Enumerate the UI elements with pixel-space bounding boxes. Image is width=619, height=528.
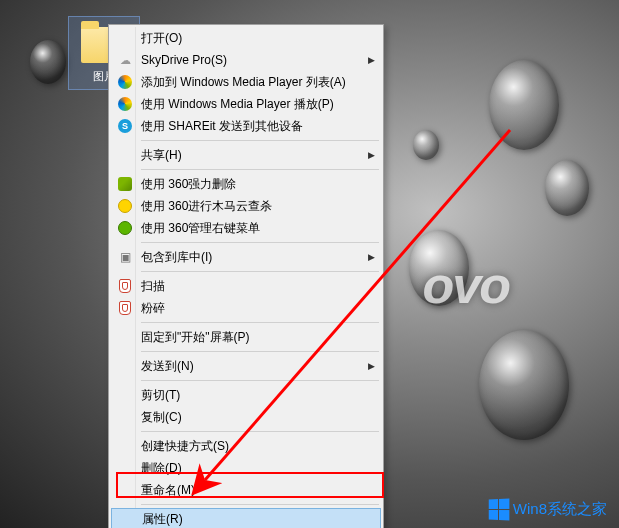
watermark-text: Win8系统之家: [513, 500, 607, 519]
360-green-icon: [118, 221, 132, 235]
menu-wmp-play[interactable]: 使用 Windows Media Player 播放(P): [111, 93, 381, 115]
lenovo-logo: ovo: [423, 255, 509, 315]
context-menu: 打开(O) ☁ SkyDrive Pro(S)▶ 添加到 Windows Med…: [108, 24, 384, 528]
menu-wmp-add[interactable]: 添加到 Windows Media Player 列表(A): [111, 71, 381, 93]
menu-delete[interactable]: 删除(D): [111, 457, 381, 479]
menu-properties[interactable]: 属性(R): [111, 508, 381, 528]
menu-rename[interactable]: 重命名(M): [111, 479, 381, 501]
menu-separator: [141, 271, 379, 272]
menu-shareit[interactable]: S 使用 SHAREit 发送到其他设备: [111, 115, 381, 137]
menu-share[interactable]: 共享(H)▶: [111, 144, 381, 166]
cloud-icon: ☁: [120, 54, 131, 67]
menu-separator: [141, 431, 379, 432]
menu-360-delete[interactable]: 使用 360强力删除: [111, 173, 381, 195]
chevron-right-icon: ▶: [368, 361, 375, 371]
menu-include-library[interactable]: ▣ 包含到库中(I)▶: [111, 246, 381, 268]
menu-360-manage[interactable]: 使用 360管理右键菜单: [111, 217, 381, 239]
menu-shield-scan[interactable]: 扫描: [111, 275, 381, 297]
menu-pin-start[interactable]: 固定到"开始"屏幕(P): [111, 326, 381, 348]
menu-copy[interactable]: 复制(C): [111, 406, 381, 428]
360-yellow-icon: [118, 199, 132, 213]
menu-separator: [141, 140, 379, 141]
win8-watermark: Win8系统之家: [488, 499, 607, 520]
chevron-right-icon: ▶: [368, 150, 375, 160]
windows-logo-icon: [489, 498, 510, 520]
menu-separator: [141, 169, 379, 170]
chevron-right-icon: ▶: [368, 252, 375, 262]
shareit-icon: S: [118, 119, 132, 133]
menu-separator: [141, 380, 379, 381]
menu-create-shortcut[interactable]: 创建快捷方式(S): [111, 435, 381, 457]
menu-separator: [141, 322, 379, 323]
menu-shield-shred[interactable]: 粉碎: [111, 297, 381, 319]
menu-separator: [141, 504, 379, 505]
menu-open[interactable]: 打开(O): [111, 27, 381, 49]
shield-icon: [119, 279, 131, 293]
wmp-icon: [118, 97, 132, 111]
library-icon: ▣: [120, 250, 131, 264]
menu-cut[interactable]: 剪切(T): [111, 384, 381, 406]
menu-skydrive[interactable]: ☁ SkyDrive Pro(S)▶: [111, 49, 381, 71]
menu-separator: [141, 351, 379, 352]
menu-send-to[interactable]: 发送到(N)▶: [111, 355, 381, 377]
menu-360-scan[interactable]: 使用 360进行木马云查杀: [111, 195, 381, 217]
sweep-icon: [118, 177, 132, 191]
menu-separator: [141, 242, 379, 243]
shield-icon: [119, 301, 131, 315]
chevron-right-icon: ▶: [368, 55, 375, 65]
wmp-icon: [118, 75, 132, 89]
